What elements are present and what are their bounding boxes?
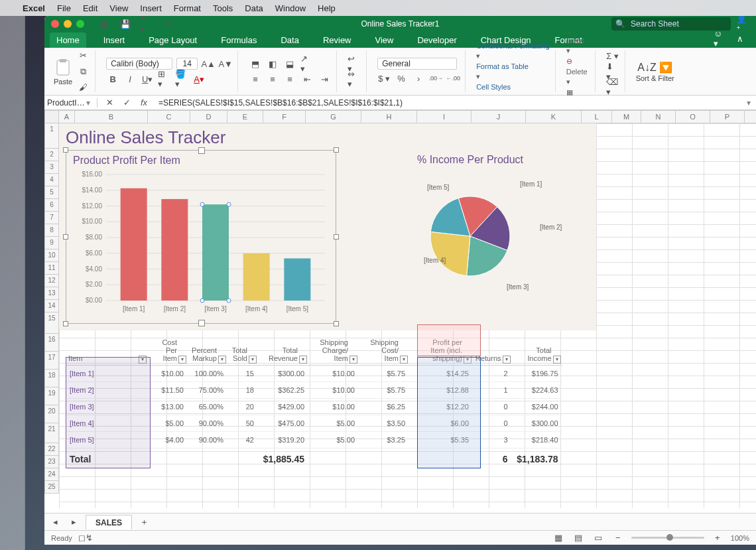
prev-sheet-icon[interactable]: ◂ xyxy=(48,516,62,529)
collapse-ribbon-icon[interactable]: ∧ xyxy=(733,32,747,45)
zoom-window-button[interactable] xyxy=(76,20,84,28)
formula-input[interactable]: =SERIES(SALES!$I$15,SALES!$B$16:$B$21,SA… xyxy=(156,98,741,107)
undo-icon[interactable]: ↶ ▾ xyxy=(140,17,153,31)
next-sheet-icon[interactable]: ▸ xyxy=(67,516,80,529)
menu-insert[interactable]: Insert xyxy=(140,3,162,13)
account-icon[interactable]: ☺ ▾ xyxy=(714,32,727,45)
align-left-icon[interactable]: ≡ xyxy=(249,72,262,86)
wrap-text-icon[interactable]: ↩ ▾ xyxy=(347,57,361,70)
font-name-select[interactable]: Calibri (Body) xyxy=(106,58,172,70)
page-layout-view-icon[interactable]: ▤ xyxy=(572,531,585,545)
tab-insert[interactable]: Insert xyxy=(97,33,132,48)
font-size-select[interactable]: 14 xyxy=(176,58,198,70)
align-center-icon[interactable]: ≡ xyxy=(266,72,279,86)
underline-icon[interactable]: U ▾ xyxy=(141,72,154,86)
cut-icon[interactable]: ✂ xyxy=(76,49,90,62)
paste-button[interactable]: Paste xyxy=(54,58,72,86)
bold-icon[interactable]: B xyxy=(106,72,119,86)
font-color-icon[interactable]: A ▾ xyxy=(192,72,206,86)
search-input[interactable] xyxy=(629,19,727,29)
bar-chart[interactable]: Product Profit Per Item $16.00$14.00$12.… xyxy=(66,150,336,324)
italic-icon[interactable]: I xyxy=(123,72,137,86)
percent-icon[interactable]: % xyxy=(395,72,408,85)
macro-record-icon[interactable]: ◻↯ xyxy=(79,531,92,545)
copy-icon[interactable]: ⧉ xyxy=(76,65,90,78)
filter-button[interactable]: ▾ xyxy=(349,356,357,364)
cancel-formula-icon[interactable]: ✕ xyxy=(103,96,116,109)
orientation-icon[interactable]: ↗ ▾ xyxy=(300,57,314,70)
select-all-corner[interactable] xyxy=(44,110,59,123)
align-bottom-icon[interactable]: ⬓ xyxy=(283,57,296,70)
filter-button[interactable]: ▾ xyxy=(553,356,561,364)
minimize-window-button[interactable] xyxy=(64,20,72,28)
fill-color-icon[interactable]: 🪣 ▾ xyxy=(175,72,188,86)
decrease-indent-icon[interactable]: ⇤ xyxy=(300,72,314,86)
grid-body[interactable]: Online Sales Tracker Product Profit Per … xyxy=(59,123,756,513)
insert-button[interactable]: Insert xyxy=(566,36,590,44)
filter-button[interactable]: ▾ xyxy=(249,356,257,364)
normal-view-icon[interactable]: ▦ xyxy=(552,531,565,545)
tab-home[interactable]: Home xyxy=(50,33,86,48)
tab-view[interactable]: View xyxy=(369,33,401,48)
menu-help[interactable]: Help xyxy=(318,3,336,13)
filter-button[interactable]: ▾ xyxy=(178,356,186,364)
tab-data[interactable]: Data xyxy=(274,33,305,48)
clear-icon[interactable]: ⌫ ▾ xyxy=(606,80,619,94)
filter-button[interactable]: ▾ xyxy=(503,356,511,364)
row-headers[interactable]: 1234567891011121314151617181920212223242… xyxy=(44,123,59,513)
number-format-select[interactable]: General xyxy=(377,58,457,70)
sort-filter-button[interactable]: A↓Z 🔽 Sort & Filter xyxy=(636,61,674,82)
increase-indent-icon[interactable]: ⇥ xyxy=(318,72,331,86)
workbook-views-icon[interactable]: ▦ xyxy=(97,17,111,31)
filter-button[interactable]: ▾ xyxy=(400,356,408,364)
zoom-in-icon[interactable]: + xyxy=(711,531,724,545)
align-top-icon[interactable]: ⬒ xyxy=(249,57,262,70)
borders-icon[interactable]: ⊞ ▾ xyxy=(158,72,171,86)
merge-icon[interactable]: ⇔ ▾ xyxy=(347,72,361,86)
menu-window[interactable]: Window xyxy=(275,3,306,13)
menu-tools[interactable]: Tools xyxy=(213,3,233,13)
sheet-tab-sales[interactable]: SALES xyxy=(86,515,132,529)
increase-decimal-icon[interactable]: .00→ xyxy=(429,72,442,85)
pie-chart[interactable]: % Income Per Product [Item 1][Item 2][It… xyxy=(347,150,593,301)
zoom-slider[interactable] xyxy=(631,537,704,539)
decrease-decimal-icon[interactable]: ←.00 xyxy=(446,72,460,85)
accept-formula-icon[interactable]: ✓ xyxy=(120,96,133,109)
align-right-icon[interactable]: ≡ xyxy=(283,72,296,86)
autosum-icon[interactable]: Σ ▾ xyxy=(606,50,619,63)
close-window-button[interactable] xyxy=(51,20,59,28)
cell-styles-button[interactable]: Cell Styles xyxy=(476,83,550,91)
comma-icon[interactable]: › xyxy=(412,72,425,85)
tab-review[interactable]: Review xyxy=(316,33,358,48)
align-middle-icon[interactable]: ◧ xyxy=(266,57,279,70)
fx-icon[interactable]: fx xyxy=(137,96,151,109)
menu-edit[interactable]: Edit xyxy=(83,3,97,13)
name-box[interactable]: ProductI…▾ xyxy=(44,98,97,107)
decrease-font-icon[interactable]: A▼ xyxy=(219,57,232,70)
column-headers[interactable]: ABCDEFGHIJKLMNOPQ xyxy=(59,110,756,123)
zoom-out-icon[interactable]: − xyxy=(611,531,625,545)
format-painter-icon[interactable]: 🖌 xyxy=(76,81,90,94)
page-break-view-icon[interactable]: ▭ xyxy=(592,531,605,545)
tab-formulas[interactable]: Formulas xyxy=(214,33,263,48)
save-icon[interactable]: 💾 xyxy=(119,17,132,31)
menu-data[interactable]: Data xyxy=(245,3,263,13)
filter-button[interactable]: ▾ xyxy=(299,356,307,364)
format-as-table-button[interactable]: Format as Table xyxy=(476,62,550,70)
app-name[interactable]: Excel xyxy=(23,3,45,13)
fill-icon[interactable]: ⬇ ▾ xyxy=(606,65,619,78)
currency-icon[interactable]: $ ▾ xyxy=(377,72,391,85)
increase-font-icon[interactable]: A▲ xyxy=(202,57,215,70)
filter-button[interactable]: ▾ xyxy=(218,356,226,364)
menu-format[interactable]: Format xyxy=(174,3,201,13)
expand-formula-icon[interactable]: ▾ xyxy=(741,98,756,107)
redo-icon[interactable]: ↷ xyxy=(161,17,174,31)
menu-view[interactable]: View xyxy=(109,3,128,13)
conditional-formatting-button[interactable]: Conditional Formatting xyxy=(476,42,550,50)
tab-developer[interactable]: Developer xyxy=(410,33,463,48)
tab-page-layout[interactable]: Page Layout xyxy=(142,33,204,48)
delete-button[interactable]: Delete xyxy=(566,68,590,76)
menu-file[interactable]: File xyxy=(57,3,71,13)
add-sheet-icon[interactable]: ＋ xyxy=(137,516,151,529)
search-sheet[interactable]: 🔍 xyxy=(611,17,731,31)
